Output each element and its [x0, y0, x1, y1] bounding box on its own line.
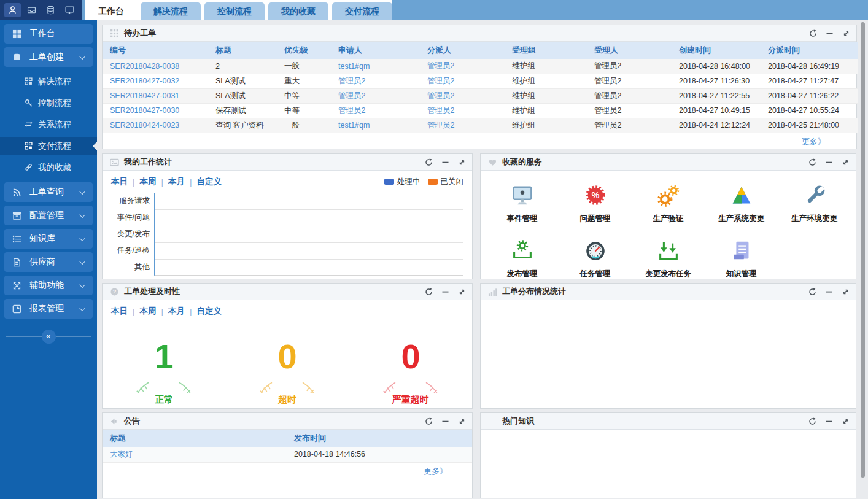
timeliness-range-tabs: 本日 | 本周 | 本月 | 自定义 [103, 300, 472, 317]
range-tab-month[interactable]: 本月 [168, 306, 185, 317]
refresh-icon[interactable] [425, 417, 433, 425]
grid-icon [12, 29, 21, 39]
expand-icon[interactable] [842, 29, 850, 37]
service-change-release-task[interactable]: 变更发布任务 [632, 239, 705, 279]
gauge-label: 正常 [155, 394, 173, 406]
refresh-icon[interactable] [425, 288, 433, 296]
svg-text:%: % [591, 190, 599, 200]
ticket-id-link[interactable]: SER20180427-0031 [110, 91, 179, 100]
chevron-down-icon [79, 53, 85, 60]
minimize-icon[interactable] [441, 417, 449, 425]
requester-link[interactable]: 管理员2 [338, 91, 365, 100]
expand-icon[interactable] [458, 158, 466, 166]
requester-link[interactable]: 管理员2 [338, 106, 365, 115]
service-problem-mgmt[interactable]: % 问题管理 [559, 184, 632, 224]
minimize-icon[interactable] [825, 158, 833, 166]
expand-icon[interactable] [458, 288, 466, 296]
tab-control-flow[interactable]: 控制流程 [204, 2, 265, 20]
dispatcher-link[interactable]: 管理员2 [427, 91, 454, 100]
database-icon[interactable] [42, 3, 59, 17]
tab-delivery-flow[interactable]: 交付流程 [332, 2, 392, 20]
service-task-mgmt[interactable]: 任务管理 [559, 239, 632, 279]
service-production-system-change[interactable]: 生产系统变更 [705, 184, 778, 224]
sidebar-item-report-mgmt[interactable]: 报表管理 [4, 299, 93, 319]
refresh-icon[interactable] [808, 417, 816, 425]
ticket-id-link[interactable]: SER20180427-0030 [110, 106, 179, 115]
minimize-icon[interactable] [441, 288, 449, 296]
refresh-icon[interactable] [808, 288, 816, 296]
refresh-icon[interactable] [425, 158, 433, 166]
refresh-icon[interactable] [808, 158, 816, 166]
gauge-severe-overtime: 0 严重超时 [349, 318, 472, 406]
minimize-icon[interactable] [441, 158, 449, 166]
expand-icon[interactable] [458, 417, 466, 425]
sidebar-item-ticket-query[interactable]: 工单查询 [4, 182, 93, 202]
sidebar-item-knowledge-base[interactable]: 知识库 [4, 229, 93, 249]
sidebar-item-supplier[interactable]: 供应商 [4, 252, 93, 272]
chart-legend: 处理中 已关闭 [384, 177, 463, 187]
minimize-icon[interactable] [825, 288, 833, 296]
expand-icon[interactable] [842, 417, 850, 425]
range-tab-today[interactable]: 本日 [111, 306, 128, 317]
dispatcher-link[interactable]: 管理员2 [427, 77, 454, 85]
hot-knowledge-empty-body [481, 430, 856, 498]
sidebar-item-workbench[interactable]: 工作台 [4, 24, 93, 44]
tab-workbench[interactable]: 工作台 [85, 2, 137, 20]
ticket-create-submenu: 解决流程 控制流程 关系流程 交付流程 我的收藏 [0, 67, 97, 179]
range-tab-week[interactable]: 本周 [140, 176, 157, 187]
sidebar-subitem-relation-flow[interactable]: 关系流程 [0, 115, 97, 133]
sidebar-subitem-delivery-flow[interactable]: 交付流程 [0, 137, 97, 155]
arrows-expand-icon [12, 281, 21, 290]
dispatcher-link[interactable]: 管理员2 [427, 61, 454, 70]
tab-my-favorites[interactable]: 我的收藏 [268, 2, 328, 20]
chevron-down-icon [79, 188, 85, 195]
requester-link[interactable]: test1#qm [338, 121, 370, 130]
monitor-apple-icon [510, 184, 535, 208]
gauge-overtime: 0 超时 [226, 318, 349, 406]
expand-icon[interactable] [842, 158, 850, 166]
gauge-label: 严重超时 [392, 394, 429, 406]
vertical-scrollbar-thumb[interactable] [861, 22, 865, 478]
sidebar-subitem-solve-flow[interactable]: 解决流程 [0, 72, 97, 90]
sidebar-collapse-button[interactable]: « [42, 330, 56, 344]
more-link[interactable]: 更多》 [802, 137, 826, 146]
announcement-link[interactable]: 大家好 [110, 450, 133, 458]
inbox-icon[interactable] [23, 3, 40, 17]
chart-plot-area [154, 193, 463, 276]
requester-link[interactable]: 管理员2 [338, 77, 365, 85]
key-icon [25, 99, 33, 107]
tab-solve-flow[interactable]: 解决流程 [141, 2, 201, 20]
list-icon [12, 234, 21, 244]
ticket-id-link[interactable]: SER20180428-0038 [110, 62, 179, 71]
blank-icon [487, 416, 497, 426]
service-knowledge-mgmt[interactable]: 知识管理 [705, 239, 778, 279]
service-release-mgmt[interactable]: 发布管理 [486, 239, 559, 279]
range-tab-week[interactable]: 本周 [140, 306, 157, 317]
expand-icon[interactable] [842, 288, 850, 296]
dispatcher-link[interactable]: 管理员2 [427, 106, 454, 115]
sidebar-subitem-my-favorites[interactable]: 我的收藏 [0, 158, 97, 176]
user-icon[interactable] [4, 3, 21, 17]
service-production-env-change[interactable]: 生产环境变更 [778, 184, 851, 224]
ticket-id-link[interactable]: SER20180424-0023 [110, 121, 179, 130]
refresh-icon[interactable] [809, 29, 817, 37]
panel-todo: 待办工单 编号标题 优先级申请人 分派人受理组 受理人创建时间 分派时间 SER… [102, 25, 857, 149]
more-link[interactable]: 更多》 [424, 466, 448, 476]
range-tab-custom[interactable]: 自定义 [197, 306, 222, 317]
monitor-icon[interactable] [61, 3, 78, 17]
dispatcher-link[interactable]: 管理员2 [427, 121, 454, 130]
service-production-verify[interactable]: 生产验证 [632, 184, 705, 224]
range-tab-month[interactable]: 本月 [168, 176, 185, 187]
range-tab-today[interactable]: 本日 [111, 176, 128, 187]
range-tab-custom[interactable]: 自定义 [197, 176, 222, 187]
link-icon [25, 163, 33, 171]
ticket-id-link[interactable]: SER20180427-0032 [110, 77, 179, 85]
sidebar-subitem-control-flow[interactable]: 控制流程 [0, 94, 97, 112]
sidebar-item-ticket-create[interactable]: 工单创建 [4, 47, 93, 67]
service-incident-mgmt[interactable]: 事件管理 [486, 184, 559, 224]
sidebar-item-config-mgmt[interactable]: 配置管理 [4, 206, 93, 225]
sidebar-item-aux-functions[interactable]: 辅助功能 [4, 276, 93, 295]
minimize-icon[interactable] [826, 29, 834, 37]
requester-link[interactable]: test1#qm [338, 62, 370, 71]
minimize-icon[interactable] [825, 417, 833, 425]
